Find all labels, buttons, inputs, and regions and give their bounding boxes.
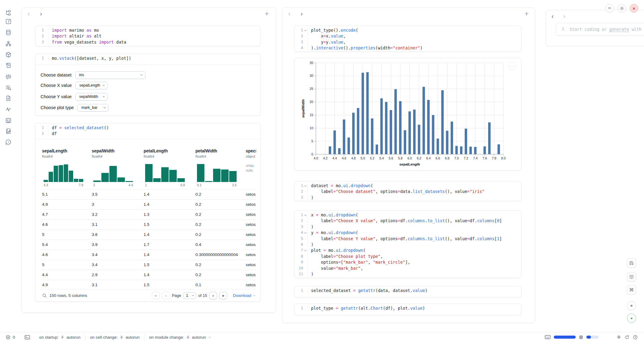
bar[interactable] [343, 119, 345, 154]
errors-indicator[interactable]: 0 [0, 335, 20, 340]
on-module-change-toggle[interactable]: on module change: autorun [145, 335, 216, 340]
bar[interactable] [446, 131, 449, 154]
sync-icon[interactable] [624, 335, 630, 340]
table-row[interactable]: 4.42.91.40.2setos [40, 270, 256, 280]
bar[interactable] [394, 89, 397, 154]
stop-button[interactable] [627, 301, 636, 310]
bar[interactable] [427, 100, 430, 154]
search-icon[interactable] [42, 293, 47, 298]
table-row[interactable]: 53.61.40.2setos [40, 230, 256, 240]
tracing-icon[interactable] [4, 105, 12, 113]
bar[interactable] [404, 130, 406, 154]
bar[interactable] [455, 146, 458, 154]
dependency-graph-icon[interactable] [4, 40, 12, 48]
close-panel-button[interactable]: × [630, 4, 638, 12]
outline-icon[interactable] [4, 61, 12, 69]
table-row[interactable]: 5.13.51.40.2setos [40, 189, 256, 199]
fold-icon[interactable] [303, 248, 307, 253]
column-histogram[interactable] [93, 162, 133, 182]
dropdown-select[interactable]: iris [75, 71, 145, 79]
bar[interactable] [488, 122, 491, 154]
on-startup-toggle[interactable]: on startup: autorun [35, 335, 85, 340]
bar[interactable] [418, 125, 420, 154]
cell-vstack[interactable]: 1mo.vstack([dataset, x, y, plot]) Choose… [35, 54, 261, 116]
column-prev-icon[interactable] [286, 11, 293, 17]
bar[interactable] [338, 148, 341, 154]
bar[interactable] [329, 146, 331, 154]
bar[interactable] [376, 144, 378, 154]
last-page-button[interactable]: » [219, 292, 227, 299]
bar[interactable] [357, 108, 359, 154]
bar[interactable] [451, 122, 453, 154]
table-row[interactable]: 4.63.41.40.30000000000000004setos [40, 250, 256, 260]
cell-dataframe[interactable]: 1df = selected_dataset()2df sepalLengthf… [35, 123, 261, 302]
settings-button[interactable] [617, 4, 626, 12]
next-page-button[interactable]: › [209, 292, 217, 299]
bar[interactable] [390, 110, 392, 154]
add-cell-icon[interactable] [263, 10, 270, 17]
help-icon[interactable]: ? [4, 138, 12, 146]
bar[interactable] [409, 111, 411, 154]
column-prev-icon[interactable] [25, 11, 32, 17]
prev-page-button[interactable]: ‹ [162, 292, 170, 299]
bar[interactable] [432, 115, 434, 154]
column-prev-icon[interactable] [549, 13, 556, 20]
bar[interactable] [423, 87, 425, 154]
scratchpad-icon[interactable] [4, 127, 12, 135]
generate-link[interactable]: generate [609, 27, 629, 32]
snippets-icon[interactable] [4, 116, 12, 124]
bar[interactable] [469, 147, 472, 154]
menu-button[interactable] [605, 4, 614, 12]
table-row[interactable]: 53.41.50.2setos [40, 260, 256, 270]
logs-icon[interactable] [4, 84, 12, 91]
page-select[interactable]: 1 [183, 292, 196, 299]
column-histogram[interactable] [145, 162, 185, 182]
save-button[interactable] [627, 258, 636, 268]
sparkle-icon[interactable] [616, 335, 621, 340]
fold-icon[interactable] [303, 27, 307, 33]
cell-xy-plot-dropdowns[interactable]: 1x = mo.ui.dropdown(2 label="Choose X va… [294, 210, 521, 278]
download-button[interactable]: Download [233, 293, 256, 298]
documentation-icon[interactable] [4, 94, 12, 102]
bar-chart[interactable]: 051015202530354.04.24.44.64.85.05.25.45.… [295, 58, 522, 171]
bar[interactable] [437, 139, 439, 154]
bar[interactable] [498, 144, 500, 154]
column-header[interactable]: petalWidth [195, 148, 217, 153]
fold-icon[interactable] [303, 183, 307, 189]
bar[interactable] [348, 137, 350, 154]
column-histogram[interactable] [197, 162, 237, 182]
bar[interactable] [460, 146, 463, 154]
bar[interactable] [334, 130, 336, 154]
bar[interactable] [441, 90, 444, 154]
bar[interactable] [380, 98, 383, 154]
keyboard-shortcuts-button[interactable]: ⌘ [627, 285, 636, 294]
bar[interactable] [366, 72, 369, 154]
fold-icon[interactable] [303, 230, 307, 236]
column-header[interactable]: petalLength [144, 148, 168, 153]
data-sources-icon[interactable] [4, 28, 12, 36]
bar[interactable] [399, 101, 402, 154]
variables-icon[interactable]: f [4, 17, 12, 25]
column-header[interactable]: sepalLength [42, 148, 67, 153]
bar[interactable] [465, 129, 467, 154]
table-row[interactable]: 5.43.91.70.4setos [40, 240, 256, 250]
bar[interactable] [484, 146, 486, 154]
table-row[interactable]: 4.931.40.2setos [40, 199, 256, 209]
table-row[interactable]: 4.73.21.30.2setos [40, 209, 256, 219]
file-explorer-icon[interactable] [4, 9, 12, 17]
table-row[interactable]: 4.93.11.50.1setos [40, 280, 256, 290]
column-next-icon[interactable] [38, 11, 44, 17]
column-next-icon[interactable] [298, 11, 305, 17]
layout-button[interactable] [627, 272, 636, 281]
bar[interactable] [413, 109, 416, 154]
clock-icon[interactable] [633, 335, 638, 340]
bar[interactable] [385, 102, 388, 154]
chart-actions-icon[interactable]: ··· [508, 62, 516, 70]
dropdown-select[interactable]: sepalWidth [75, 93, 108, 101]
fold-icon[interactable] [303, 212, 307, 218]
on-cell-change-toggle[interactable]: on cell change: autorun [85, 335, 144, 340]
column-header[interactable]: sepalWidth [92, 148, 115, 153]
packages-icon[interactable] [4, 51, 12, 59]
bar[interactable] [474, 147, 477, 154]
run-button[interactable] [627, 314, 636, 323]
